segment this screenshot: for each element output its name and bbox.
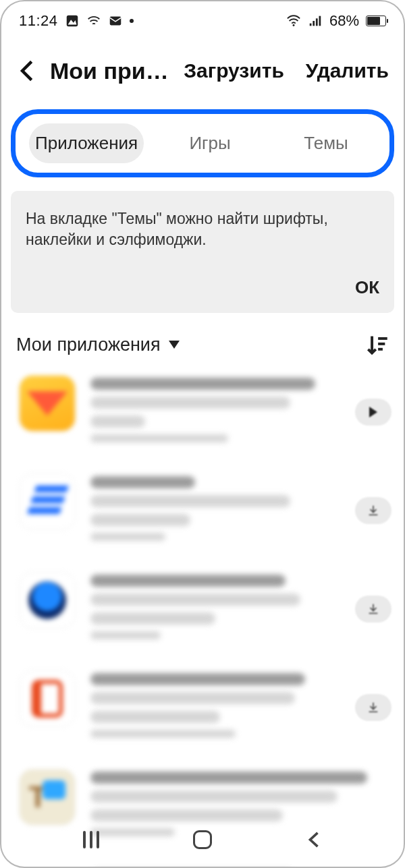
battery-label: 68% — [329, 12, 359, 30]
tab-games[interactable]: Игры — [160, 123, 260, 163]
status-left: 11:24 — [19, 12, 134, 30]
more-notifications-dot — [130, 19, 134, 23]
download-action[interactable]: Загрузить — [184, 59, 284, 82]
svg-rect-5 — [313, 21, 315, 26]
app-icon — [19, 670, 76, 727]
list-filter-label: Мои приложения — [16, 335, 161, 355]
app-text — [90, 473, 340, 548]
open-button[interactable] — [355, 399, 392, 426]
themes-hint-card: На вкладке "Темы" можно найти шрифты, на… — [11, 191, 394, 313]
category-tabs-highlight: Приложения Игры Темы — [11, 109, 394, 177]
tab-themes[interactable]: Темы — [276, 123, 376, 163]
header-actions: Загрузить Удалить — [184, 59, 389, 82]
svg-rect-0 — [66, 16, 78, 27]
home-icon — [193, 830, 212, 849]
download-button[interactable] — [355, 694, 392, 721]
battery-icon — [366, 16, 386, 26]
app-text — [90, 572, 340, 646]
cell-signal-icon — [308, 13, 323, 28]
download-button[interactable] — [355, 497, 392, 524]
nav-back-button[interactable] — [300, 830, 327, 850]
download-icon — [367, 701, 379, 714]
system-nav-bar — [1, 818, 404, 867]
page-header: Мои при… Загрузить Удалить — [1, 40, 404, 101]
download-icon — [367, 504, 379, 517]
page-title: Мои при… — [50, 58, 169, 84]
list-filter-dropdown[interactable]: Мои приложения — [16, 335, 180, 355]
app-icon — [19, 375, 76, 432]
tab-apps[interactable]: Приложения — [29, 123, 144, 163]
themes-hint-text: На вкладке "Темы" можно найти шрифты, на… — [26, 208, 379, 250]
status-bar: 11:24 68% — [1, 1, 404, 40]
play-icon — [369, 407, 377, 417]
download-icon — [367, 603, 379, 615]
back-button[interactable] — [16, 59, 39, 82]
app-text — [90, 670, 340, 745]
wifi-sync-icon — [86, 13, 101, 28]
status-right: 68% — [286, 12, 386, 30]
app-icon: T — [19, 769, 76, 826]
list-item[interactable] — [19, 562, 392, 661]
download-button[interactable] — [355, 596, 392, 623]
list-item[interactable] — [19, 366, 392, 464]
svg-rect-7 — [319, 16, 321, 26]
nav-recent-button[interactable] — [78, 830, 105, 850]
svg-rect-4 — [310, 24, 312, 26]
gallery-icon — [65, 13, 80, 28]
app-text — [90, 375, 340, 449]
wifi-icon — [286, 13, 301, 28]
app-icon — [19, 473, 76, 530]
list-item[interactable] — [19, 464, 392, 562]
svg-rect-2 — [109, 17, 121, 26]
delete-action[interactable]: Удалить — [306, 59, 389, 82]
app-list-header: Мои приложения — [16, 333, 389, 356]
recent-icon — [83, 831, 99, 848]
svg-point-3 — [292, 24, 294, 26]
app-list: T — [19, 366, 392, 868]
nav-home-button[interactable] — [189, 830, 216, 850]
svg-rect-6 — [316, 18, 318, 26]
clock-text: 11:24 — [19, 12, 58, 30]
hint-ok-button[interactable]: ОК — [355, 276, 379, 299]
mail-icon — [108, 13, 123, 28]
list-item[interactable] — [19, 661, 392, 759]
app-icon — [19, 572, 76, 629]
chevron-down-icon — [169, 341, 180, 349]
back-icon — [306, 830, 321, 849]
sort-button[interactable] — [366, 333, 389, 356]
